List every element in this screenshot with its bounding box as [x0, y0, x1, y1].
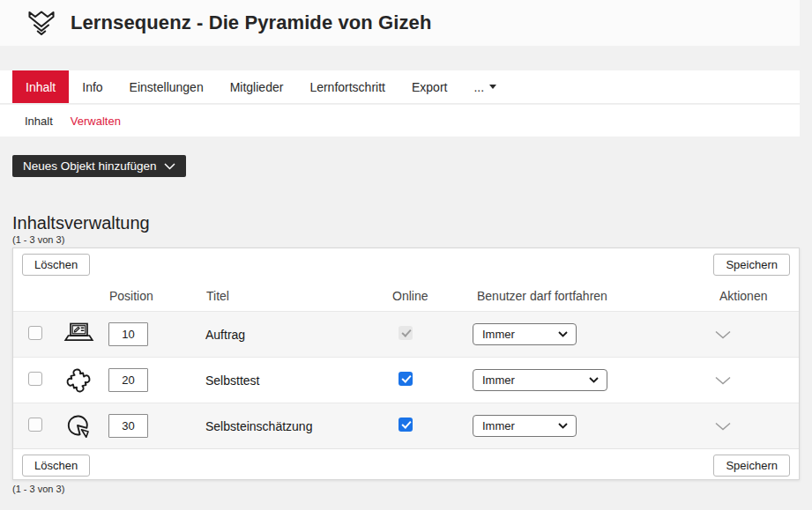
- result-range-top: (1 - 3 von 3): [12, 234, 64, 245]
- tab-lernfortschritt[interactable]: Lernfortschritt: [296, 70, 399, 103]
- chevron-down-icon: [164, 163, 175, 170]
- proceed-select[interactable]: Immer: [473, 415, 577, 437]
- row-select-checkbox[interactable]: [28, 326, 42, 340]
- proceed-select[interactable]: Immer: [473, 323, 577, 345]
- subtab-inhalt[interactable]: Inhalt: [25, 115, 53, 128]
- caret-down-icon: [489, 85, 496, 89]
- column-header-actions: Aktionen: [707, 289, 799, 303]
- tab-info[interactable]: Info: [69, 70, 115, 103]
- add-object-button[interactable]: Neues Objekt hinzufügen: [12, 155, 186, 177]
- column-header-title: Titel: [202, 289, 388, 303]
- tab-overflow-label: ...: [473, 80, 484, 94]
- page-header: Lernsequenz - Die Pyramide von Gizeh: [0, 0, 800, 46]
- learning-sequence-icon: [26, 8, 56, 38]
- test-icon: [63, 365, 94, 396]
- tab-inhalt[interactable]: Inhalt: [12, 70, 69, 103]
- subtab-verwalten[interactable]: Verwalten: [71, 115, 121, 128]
- actions-chevron-icon[interactable]: [715, 422, 731, 431]
- column-header-online: Online: [388, 289, 473, 303]
- row-select-checkbox[interactable]: [28, 418, 42, 432]
- tab-mitglieder[interactable]: Mitglieder: [217, 70, 297, 103]
- exercise-icon: [63, 319, 94, 351]
- proceed-select[interactable]: Immer: [473, 369, 607, 391]
- section-title: Inhaltsverwaltung: [12, 213, 150, 233]
- online-checkbox[interactable]: [399, 372, 413, 386]
- chevron-down-icon: [558, 331, 568, 337]
- table-header-row: Position Titel Online Benutzer darf fort…: [13, 281, 799, 311]
- actions-chevron-icon[interactable]: [715, 376, 731, 385]
- position-input[interactable]: [108, 414, 148, 438]
- delete-button-bottom[interactable]: Löschen: [22, 455, 90, 477]
- online-checkbox: [399, 326, 413, 340]
- table-actionbar-bottom: Löschen Speichern: [13, 448, 799, 479]
- add-object-button-label: Neues Objekt hinzufügen: [23, 159, 157, 173]
- tab-einstellungen[interactable]: Einstellungen: [116, 70, 217, 103]
- tab-export[interactable]: Export: [399, 70, 460, 103]
- row-select-checkbox[interactable]: [28, 372, 42, 386]
- online-checkbox[interactable]: [399, 418, 413, 432]
- chevron-down-icon: [589, 377, 599, 383]
- table-row: Selbsteinschätzung Immer: [13, 403, 799, 448]
- chevron-down-icon: [558, 423, 568, 429]
- save-button-bottom[interactable]: Speichern: [713, 455, 790, 477]
- result-range-bottom: (1 - 3 von 3): [12, 484, 64, 494]
- proceed-select-value: Immer: [482, 373, 515, 387]
- table-row: Auftrag Immer: [13, 311, 799, 357]
- position-input[interactable]: [108, 322, 148, 346]
- column-header-proceed: Benutzer darf fortfahren: [473, 289, 707, 303]
- proceed-select-value: Immer: [482, 419, 515, 432]
- proceed-select-value: Immer: [482, 328, 515, 341]
- save-button-top[interactable]: Speichern: [713, 254, 790, 276]
- actions-chevron-icon[interactable]: [715, 330, 731, 339]
- column-header-position: Position: [105, 289, 202, 303]
- page-title: Lernsequenz - Die Pyramide von Gizeh: [71, 11, 431, 34]
- row-title: Auftrag: [202, 328, 388, 342]
- row-title: Selbsttest: [202, 373, 388, 388]
- subtab-bar: Inhalt Verwalten: [0, 105, 800, 137]
- position-input[interactable]: [108, 368, 148, 392]
- tab-bar: Inhalt Info Einstellungen Mitglieder Ler…: [0, 70, 800, 104]
- survey-icon: [63, 410, 94, 442]
- row-title: Selbsteinschätzung: [202, 419, 388, 433]
- table-row: Selbsttest Immer: [13, 357, 799, 403]
- content-table: Löschen Speichern Position Titel Online …: [12, 248, 800, 480]
- tab-overflow[interactable]: ...: [460, 70, 510, 103]
- delete-button-top[interactable]: Löschen: [22, 254, 90, 276]
- table-actionbar-top: Löschen Speichern: [13, 248, 799, 281]
